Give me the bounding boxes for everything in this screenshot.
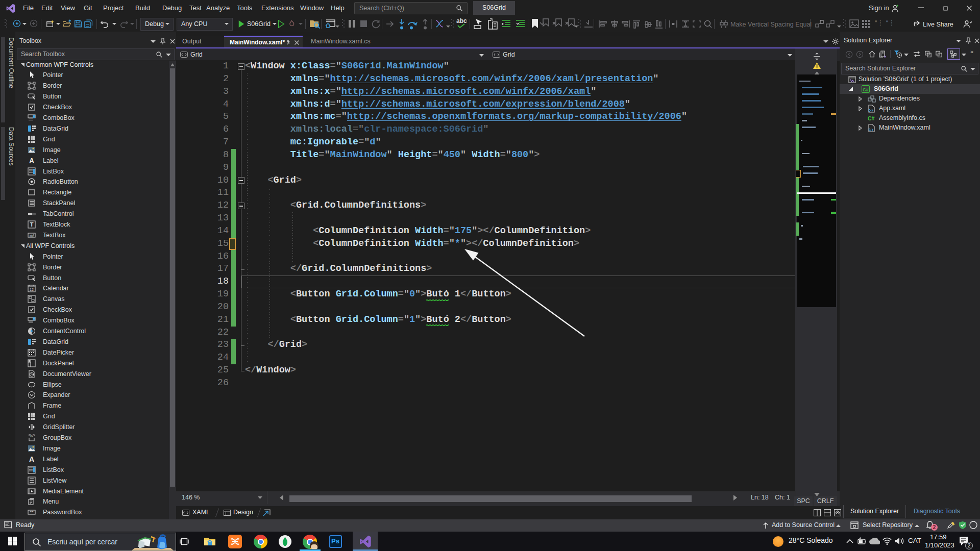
svg-text:A: A [29,157,34,165]
svg-text:A: A [29,455,34,463]
svg-text:**: ** [30,510,34,515]
svg-text:ab: ab [30,234,33,237]
svg-text:T: T [30,221,34,228]
svg-text:12: 12 [30,288,34,291]
svg-text:xy: xy [30,434,33,437]
